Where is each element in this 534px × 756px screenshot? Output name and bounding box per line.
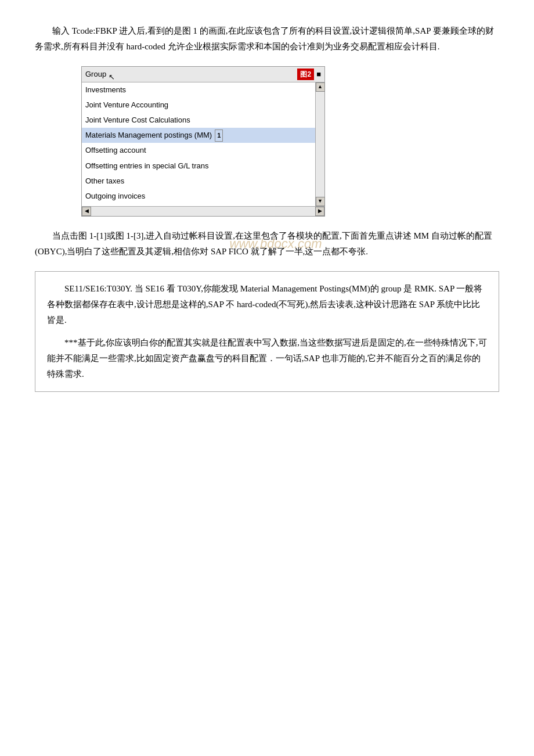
list-item[interactable]: Investments — [82, 82, 315, 98]
list-item-badge: 1 — [215, 129, 223, 142]
figure-footer: ◀ ▶ — [82, 206, 324, 216]
intro-paragraph: 输入 Tcode:FBKP 进入后,看到的是图 1 的画面,在此应该包含了所有的… — [35, 23, 499, 55]
figure-header: Group ↖ 图2 ■ — [82, 67, 324, 82]
figure-label: 图2 — [297, 69, 314, 80]
scroll-right-button[interactable]: ▶ — [315, 207, 324, 216]
middle-section: 当点击图 1-[1]或图 1-[3],进入自动过帐科目设置,在这里包含了各模块的… — [35, 228, 499, 260]
scroll-track — [316, 92, 324, 197]
middle-paragraph-text: 当点击图 1-[1]或图 1-[3],进入自动过帐科目设置,在这里包含了各模块的… — [35, 231, 492, 256]
figure-scroll-area: InvestmentsJoint Venture AccountingJoint… — [82, 82, 324, 206]
list-item[interactable] — [82, 204, 315, 206]
list-item[interactable]: Joint Venture Cost Calculations — [82, 113, 315, 128]
figure-group-label: Group — [85, 68, 106, 81]
cursor-arrow-icon: ↖ — [109, 71, 116, 78]
scroll-down-button[interactable]: ▼ — [316, 197, 325, 206]
list-item[interactable]: Materials Management postings (MM)1 — [82, 128, 315, 143]
list-item[interactable]: Other taxes — [82, 174, 315, 189]
horizontal-scroll-track — [91, 207, 315, 216]
scroll-up-button[interactable]: ▲ — [316, 82, 325, 92]
vertical-scrollbar[interactable]: ▲ ▼ — [315, 82, 324, 206]
list-item[interactable]: Offsetting account — [82, 143, 315, 158]
scroll-left-button[interactable]: ◀ — [82, 207, 91, 216]
figure-close-icon[interactable]: ■ — [316, 68, 321, 81]
info-para-1: SE11/SE16:T030Y. 当 SE16 看 T030Y,你能发现 Mat… — [47, 281, 487, 328]
info-box: SE11/SE16:T030Y. 当 SE16 看 T030Y,你能发现 Mat… — [35, 271, 499, 392]
info-para-2: ***基于此,你应该明白你的配置其实就是往配置表中写入数据,当这些数据写进后是固… — [47, 335, 487, 382]
list-item[interactable]: Offsetting entries in special G/L trans — [82, 159, 315, 174]
list-item[interactable]: Outgoing invoices — [82, 189, 315, 204]
figure-list: InvestmentsJoint Venture AccountingJoint… — [82, 82, 315, 206]
figure-container: Group ↖ 图2 ■ InvestmentsJoint Venture Ac… — [81, 66, 325, 217]
list-item[interactable]: Joint Venture Accounting — [82, 98, 315, 113]
